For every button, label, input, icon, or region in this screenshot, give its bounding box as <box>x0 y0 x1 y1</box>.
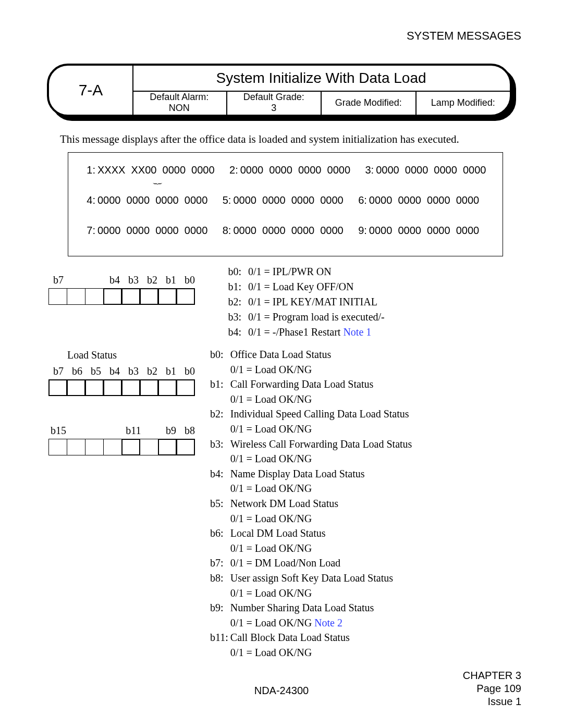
footer-page: Page 109 <box>476 683 521 694</box>
bit-desc-row: b4:0/1 = -/Phase1 Restart Note 1 <box>210 325 385 339</box>
footer-chapter: CHAPTER 3 <box>463 670 521 681</box>
bit-desc-row: b1:Call Forwarding Data Load Status <box>210 377 412 391</box>
intro-text: This message displays after the office d… <box>60 133 459 146</box>
bit-cell <box>67 379 85 396</box>
bit-desc-row: 0/1 = Load OK/NG <box>210 452 412 466</box>
bit-header: b3 <box>124 274 143 286</box>
bit-descriptions-1: b0:0/1 = IPL/PWR ONb1:0/1 = Load Key OFF… <box>209 264 386 340</box>
bit-header: b2 <box>143 365 162 377</box>
bit-cell <box>103 379 122 396</box>
message-code: 7-A <box>49 66 133 115</box>
bit-header: x <box>68 425 87 437</box>
bit-cell <box>85 379 104 396</box>
bit-desc-row: b3:0/1 = Program load is executed/- <box>210 310 385 324</box>
bit-desc-row: 0/1 = Load OK/NG <box>210 392 412 406</box>
bit-cell <box>48 379 67 396</box>
bit-cell <box>48 439 67 455</box>
footer-page-info: CHAPTER 3 Page 109 Issue 1 <box>463 669 521 708</box>
bit-cell <box>85 439 104 455</box>
bit-desc-row: b0:0/1 = IPL/PWR ON <box>210 265 385 279</box>
bitset-2: Load Status b7b6b5b4b3b2b1b0 b15xxxb11xb… <box>49 349 199 455</box>
bit-desc-row: 0/1 = Load OK/NG <box>210 541 412 556</box>
bit-cell <box>140 288 158 305</box>
bit-cell <box>176 439 195 455</box>
data-row: 4:0000 0000 0000 0000 5:0000 0000 0000 0… <box>78 194 493 206</box>
bit-cell <box>158 439 177 455</box>
bit-desc-row: b2:0/1 = IPL KEY/MAT INITIAL <box>210 295 385 309</box>
bit-desc-row: 0/1 = Load OK/NG <box>210 482 412 496</box>
bit-header: b0 <box>180 365 199 377</box>
header-cell: Lamp Modified: <box>417 91 510 115</box>
bit-header: b4 <box>105 365 124 377</box>
data-segment: 8:0000 0000 0000 0000 <box>213 225 349 237</box>
bit-header: b5 <box>87 365 105 377</box>
data-segment: 1:XXXX XX00 0000 0000 <box>78 164 221 176</box>
header-cell: Grade Modified: <box>322 91 417 115</box>
footer-issue: Issue 1 <box>488 696 521 707</box>
header-cell: Default Alarm:NON <box>132 91 227 115</box>
bit-header: b15 <box>49 425 68 437</box>
bit-cell <box>176 288 195 305</box>
bit-cell <box>158 288 177 305</box>
bit-header: b6 <box>68 365 87 377</box>
bit-desc-row: b11:Call Block Data Load Status <box>210 631 412 645</box>
bit-header: x <box>105 425 124 437</box>
bit-cell <box>176 379 195 396</box>
bit-header: b4 <box>105 274 124 286</box>
data-segment: 6:0000 0000 0000 0000 <box>349 194 479 206</box>
bit-header: b1 <box>162 365 180 377</box>
bit-cell <box>48 288 67 305</box>
bit-desc-row: 0/1 = Load OK/NG Note 2 <box>210 616 412 630</box>
bit-desc-row: b7:0/1 = DM Load/Non Load <box>210 556 412 570</box>
bit-desc-row: b1:0/1 = Load Key OFF/ON <box>210 280 385 294</box>
bit-cell <box>121 288 140 305</box>
bit-header: b7 <box>49 365 68 377</box>
bit-header: x <box>68 274 87 286</box>
bit-desc-row: 0/1 = Load OK/NG <box>210 646 412 660</box>
bit-cell <box>67 439 85 455</box>
bit-header: x <box>87 274 105 286</box>
data-segment: 9:0000 0000 0000 0000 <box>349 225 479 237</box>
data-row: 7:0000 0000 0000 0000 8:0000 0000 0000 0… <box>78 225 493 237</box>
bit-desc-row: 0/1 = Load OK/NG <box>210 422 412 436</box>
bit-header: b1 <box>162 274 180 286</box>
message-header: 7-A System Initialize With Data Load Def… <box>47 64 516 121</box>
bit-cell <box>85 288 104 305</box>
bit-desc-row: b6:Local DM Load Status <box>210 526 412 540</box>
bit-desc-row: b4:Name Display Data Load Status <box>210 467 412 481</box>
header-cell: Default Grade:3 <box>227 91 322 115</box>
bit-header: b8 <box>180 425 199 437</box>
bit-cell <box>103 288 122 305</box>
bit-cell <box>67 288 85 305</box>
bit-header: b9 <box>162 425 180 437</box>
note-link[interactable]: Note 1 <box>343 326 371 338</box>
bit-desc-row: b5:Network DM Load Status <box>210 497 412 511</box>
bit-cell <box>140 439 158 455</box>
data-segment: 3:0000 0000 0000 0000 <box>356 164 486 176</box>
bit-desc-row: 0/1 = Load OK/NG <box>210 586 412 600</box>
data-row: 1:XXXX XX00 0000 0000 2:0000 0000 0000 0… <box>78 164 493 176</box>
bit-desc-row: b8:User assign Soft Key Data Load Status <box>210 571 412 585</box>
bit-header: b0 <box>180 274 199 286</box>
bit-desc-row: b9:Number Sharing Data Load Status <box>210 601 412 615</box>
bit-descriptions-2: b0:Office Data Load Status0/1 = Load OK/… <box>209 347 413 660</box>
bit-header: x <box>87 425 105 437</box>
bit-header: x <box>143 425 162 437</box>
note-link[interactable]: Note 2 <box>314 617 342 628</box>
bit-desc-row: 0/1 = Load OK/NG <box>210 363 412 377</box>
bit-desc-row: b0:Office Data Load Status <box>210 348 412 362</box>
bit-header: b11 <box>124 425 143 437</box>
bit-cell <box>158 379 177 396</box>
bitset-2-title: Load Status <box>67 349 199 361</box>
data-block: 1:XXXX XX00 0000 0000 2:0000 0000 0000 0… <box>68 152 503 256</box>
running-head: SYSTEM MESSAGES <box>407 29 521 43</box>
bit-cell <box>140 379 158 396</box>
bit-cell <box>121 439 140 455</box>
bit-header: b3 <box>124 365 143 377</box>
message-title: System Initialize With Data Load <box>132 66 510 92</box>
bit-desc-row: 0/1 = Load OK/NG <box>210 512 412 526</box>
data-segment: 2:0000 0000 0000 0000 <box>221 164 356 176</box>
bit-header: b2 <box>143 274 162 286</box>
data-segment: 7:0000 0000 0000 0000 <box>78 225 213 237</box>
bit-desc-row: b3:Wireless Call Forwarding Data Load St… <box>210 437 412 451</box>
